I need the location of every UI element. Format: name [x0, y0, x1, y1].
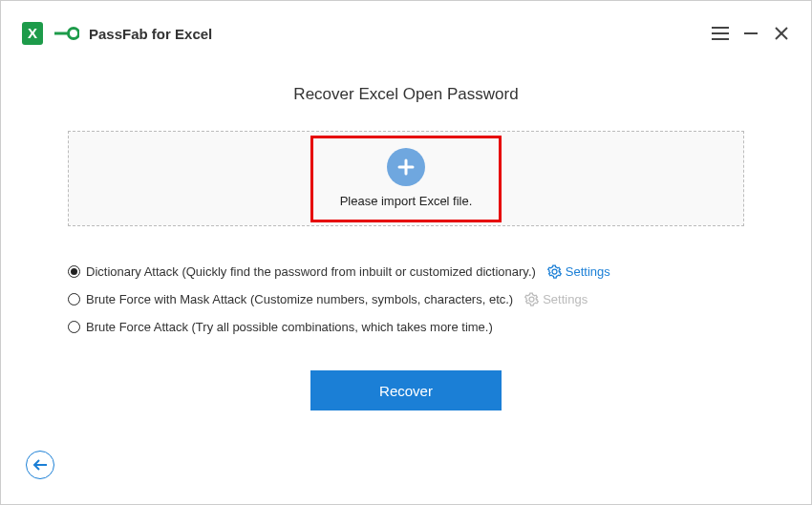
settings-dictionary[interactable]: Settings: [547, 264, 610, 279]
app-window: X PassFab for Excel: [0, 0, 812, 505]
file-dropzone[interactable]: Please import Excel file.: [68, 131, 744, 226]
option-brute-force[interactable]: Brute Force Attack (Try all possible com…: [68, 320, 744, 334]
close-button[interactable]: [773, 25, 790, 42]
import-label: Please import Excel file.: [340, 194, 473, 208]
app-title: PassFab for Excel: [89, 26, 212, 42]
import-box[interactable]: Please import Excel file.: [310, 136, 502, 222]
plus-icon: [396, 158, 416, 177]
radio-brute[interactable]: [68, 321, 80, 333]
window-controls: [712, 25, 790, 42]
minimize-button[interactable]: [742, 25, 759, 42]
settings-label: Settings: [566, 264, 610, 279]
titlebar: X PassFab for Excel: [1, 1, 811, 58]
gear-icon: [547, 264, 562, 279]
attack-options: Dictionary Attack (Quickly find the pass…: [68, 264, 744, 334]
excel-icon: X: [22, 20, 49, 47]
settings-label: Settings: [543, 292, 588, 306]
menu-button[interactable]: [712, 25, 729, 42]
option-dictionary-attack[interactable]: Dictionary Attack (Quickly find the pass…: [68, 264, 744, 279]
option-label: Brute Force Attack (Try all possible com…: [86, 320, 493, 334]
svg-text:X: X: [28, 25, 37, 41]
hamburger-icon: [712, 27, 729, 40]
arrow-left-icon: [32, 458, 48, 472]
radio-dictionary[interactable]: [68, 265, 80, 278]
option-label: Brute Force with Mask Attack (Customize …: [86, 292, 513, 306]
option-label: Dictionary Attack (Quickly find the pass…: [86, 264, 536, 279]
recover-button[interactable]: Recover: [310, 370, 502, 410]
main-content: Recover Excel Open Password Please impor…: [1, 58, 811, 504]
page-title: Recover Excel Open Password: [293, 85, 518, 104]
radio-mask[interactable]: [68, 293, 80, 305]
minimize-icon: [743, 26, 759, 41]
settings-mask: Settings: [524, 292, 588, 306]
option-mask-attack[interactable]: Brute Force with Mask Attack (Customize …: [68, 292, 744, 306]
import-plus-button[interactable]: [387, 148, 425, 186]
brand: X PassFab for Excel: [22, 20, 212, 47]
back-button[interactable]: [26, 451, 54, 479]
gear-icon: [524, 292, 539, 306]
close-icon: [774, 26, 789, 41]
svg-point-3: [69, 29, 79, 39]
key-icon: [54, 25, 79, 42]
